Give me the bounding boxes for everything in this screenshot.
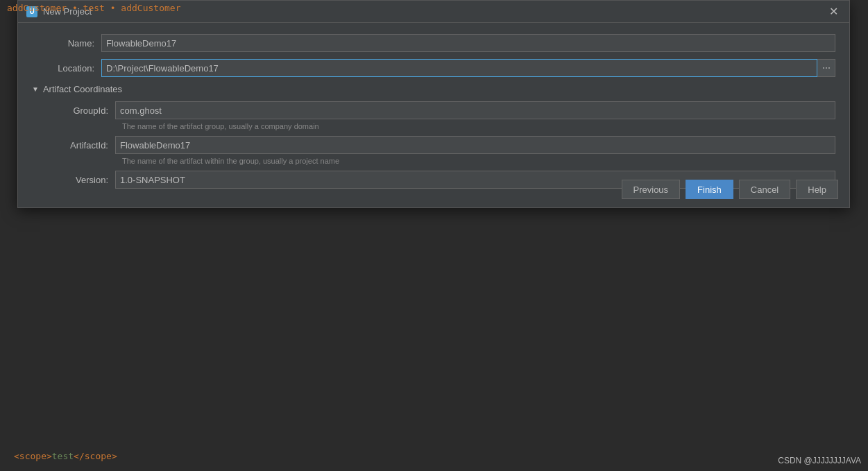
location-input[interactable]	[101, 59, 817, 77]
group-id-hint: The name of the artifact group, usually …	[122, 122, 835, 130]
artifact-id-label: ArtifactId:	[53, 140, 115, 151]
browse-button[interactable]: ⋯	[817, 59, 835, 77]
help-button[interactable]: Help	[796, 180, 838, 199]
name-label: Name:	[32, 38, 101, 49]
location-label: Location:	[32, 63, 101, 74]
code-tag: <scope>	[14, 451, 52, 461]
location-input-wrap: ⋯	[101, 59, 835, 77]
name-row: Name:	[32, 34, 835, 52]
dialog-footer: Previous Finish Cancel Help	[18, 171, 849, 207]
cancel-button[interactable]: Cancel	[739, 180, 790, 199]
artifact-id-hint: The name of the artifact within the grou…	[122, 157, 835, 165]
name-input[interactable]	[101, 34, 835, 52]
new-project-dialog: U New Project ✕ Name: Location: ⋯ ▼ Arti…	[17, 0, 850, 208]
artifact-id-input[interactable]	[115, 136, 835, 154]
previous-button[interactable]: Previous	[622, 180, 681, 199]
group-id-input[interactable]	[115, 101, 835, 119]
group-id-label: GroupId:	[53, 105, 115, 116]
finish-button[interactable]: Finish	[686, 180, 733, 199]
group-id-row: GroupId:	[53, 101, 835, 119]
location-row: Location: ⋯	[32, 59, 835, 77]
section-toggle-icon[interactable]: ▼	[32, 85, 39, 93]
top-bar-text: addCustomer • test • addCustomer	[0, 0, 868, 16]
code-tag-close: </scope>	[74, 451, 117, 461]
artifact-section-title: Artifact Coordinates	[43, 84, 122, 94]
watermark: CSDN @JJJJJJJJAVA	[778, 456, 861, 465]
name-input-wrap	[101, 34, 835, 52]
code-value: test	[52, 451, 74, 461]
artifact-id-row: ArtifactId:	[53, 136, 835, 154]
artifact-section-header: ▼ Artifact Coordinates	[32, 84, 835, 94]
